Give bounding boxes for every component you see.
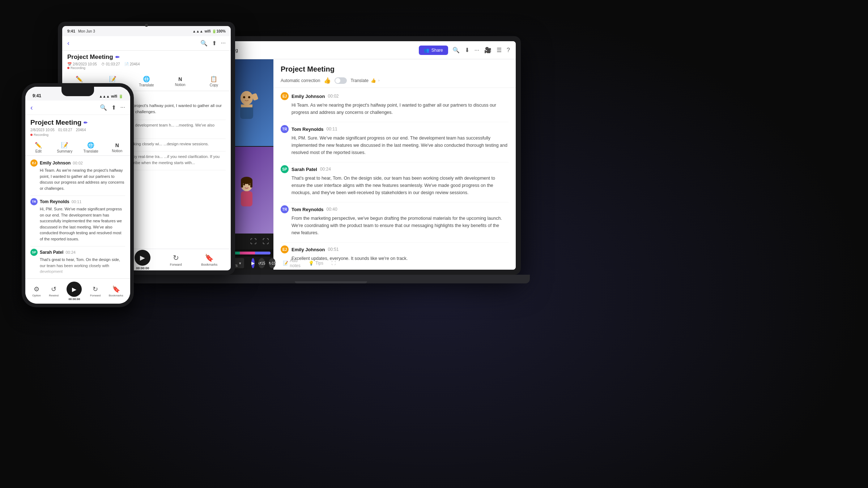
tablet-tool-notion[interactable]: N Notion xyxy=(163,75,197,88)
phone-record-title: Project Meeting ✏ xyxy=(30,119,125,127)
tablet-wifi-icon: wifi xyxy=(205,29,211,33)
transcript-entry-3: TR Tom Reynolds 00:40 From the marketing… xyxy=(281,205,509,236)
phone-back-button[interactable]: ‹ xyxy=(30,103,33,112)
notes-icon: 📝 xyxy=(283,261,288,266)
share-button[interactable]: 👥 Share xyxy=(419,46,448,55)
phone-avatar-tom: TR xyxy=(30,198,38,205)
expand-panel-button[interactable]: ⛶ xyxy=(331,261,336,266)
phone-play-item[interactable]: ▶ 00:00:00 xyxy=(67,282,82,301)
transcript-panel: Project Meeting Automatic correction 👍 T… xyxy=(273,59,516,270)
phone-more-icon[interactable]: ··· xyxy=(120,104,125,111)
auto-correction-toggle[interactable] xyxy=(335,77,347,84)
phone-rewind-item[interactable]: ↺ Rewind xyxy=(49,285,59,297)
avatar-tom-2: TR xyxy=(281,205,289,213)
speaker-time-emily-1: 00:02 xyxy=(328,94,339,99)
phone-forward-item[interactable]: ↻ Forward xyxy=(90,285,101,297)
translate-chevron-icon: › xyxy=(378,78,379,82)
tablet-time-display: 00:00:00 xyxy=(136,266,149,270)
phone-meta-date: 2/8/2023 10:05 xyxy=(30,128,55,132)
speaker-row-tom-2: TR Tom Reynolds 00:40 xyxy=(281,205,509,213)
svg-point-28 xyxy=(243,183,245,185)
phone-summary-icon: 📝 xyxy=(61,142,68,149)
tablet-play-item[interactable]: ▶ 00:00:00 xyxy=(135,250,150,270)
phone-notion-icon: N xyxy=(115,142,119,148)
svg-point-29 xyxy=(248,183,250,185)
thumbs-up-icon: 👍 xyxy=(324,77,331,84)
tablet-signal-icon: ▲▲▲ xyxy=(192,29,203,33)
tablet-record-title: Project Meeting ✏ xyxy=(67,53,226,61)
transcript-entry-2: SP Sarah Patel 00:24 That's great to hea… xyxy=(281,165,509,196)
transcript-text-2: That's great to hear, Tom. On the design… xyxy=(281,175,509,196)
play-button-bottom[interactable]: ▶ xyxy=(251,258,255,268)
tablet-recording-badge: Recording xyxy=(67,66,226,70)
tablet-date: Mon Jun 3 xyxy=(78,29,95,33)
transcript-entry-0: EJ Emily Johnson 00:02 Hi Team. As we're… xyxy=(281,92,509,116)
transcript-entry-1: TR Tom Reynolds 00:11 Hi, PM. Sure. We'v… xyxy=(281,125,509,156)
svg-point-13 xyxy=(241,91,253,105)
phone-status-right: ▲▲▲ wifi 🔋 xyxy=(99,94,123,98)
play-button-phone[interactable]: ▶ xyxy=(67,282,82,297)
speaker-row-sarah: SP Sarah Patel 00:24 xyxy=(281,165,509,173)
tablet-edit-icon[interactable]: ✏ xyxy=(115,54,120,60)
phone-share-icon[interactable]: ⬆ xyxy=(111,104,116,111)
tablet-forward-item[interactable]: ↻ Forward xyxy=(170,253,182,266)
phone-record-info: Project Meeting ✏ 2/8/2023 10:05 01:03:2… xyxy=(25,115,130,140)
recording-label: Recording xyxy=(71,66,85,70)
help-icon[interactable]: ? xyxy=(507,47,510,53)
phone-forward-icon: ↻ xyxy=(93,285,98,293)
phone-bookmarks-item[interactable]: 🔖 Bookmarks xyxy=(109,285,123,297)
tablet-record-info: Project Meeting ✏ 📅 2/8/2023 10:05 ⏱ 01:… xyxy=(62,51,231,72)
phone-tool-translate[interactable]: 🌐 Translate xyxy=(78,142,104,153)
svg-rect-26 xyxy=(241,180,243,188)
phone-bookmark-icon: 🔖 xyxy=(112,285,120,293)
bookmark-label: Bookmarks xyxy=(201,263,217,266)
phone-tool-notion[interactable]: N Notion xyxy=(104,142,131,153)
speaker-name-emily-1: Emily Johnson xyxy=(292,94,325,99)
translate-button[interactable]: Translate 👍 › xyxy=(350,78,379,83)
phone-text-emily: Hi Team. As we're nearing the project's … xyxy=(30,167,125,191)
add-notes-button[interactable]: 📝 Add notes xyxy=(283,258,300,268)
phone-search-icon[interactable]: 🔍 xyxy=(100,104,107,111)
phone-tool-summary[interactable]: 📝 Summary xyxy=(52,142,78,153)
phone-edit-icon[interactable]: ✏ xyxy=(84,120,88,125)
phone-summary-label: Summary xyxy=(57,149,72,153)
camera-off-icon[interactable]: 🎥 xyxy=(484,47,492,53)
forward-icon-tablet: ↻ xyxy=(173,253,179,262)
phone-nav-icons: 🔍 ⬆ ··· xyxy=(100,104,125,111)
tablet-meta: 📅 2/8/2023 10:05 ⏱ 01:03:27 📄 20464 xyxy=(67,62,226,66)
speaker-time-sarah: 00:24 xyxy=(320,167,331,172)
expand-button[interactable]: ⛶ xyxy=(250,238,257,245)
more-icon[interactable]: ··· xyxy=(475,47,479,53)
transcript-text-1: Hi, PM. Sure. We've made significant pro… xyxy=(281,134,509,156)
tablet-tool-translate[interactable]: 🌐 Translate xyxy=(129,74,163,89)
share-icon: 👥 xyxy=(424,48,429,53)
phone-forward-label: Forward xyxy=(90,294,101,297)
phone-bottom: ⚙ Option ↺ Rewind ▶ 00:00:00 ↻ Forward 🔖 xyxy=(25,278,130,304)
header-icons: 🔍 ⬇ ··· 🎥 ☰ ? xyxy=(452,47,510,53)
svg-rect-14 xyxy=(241,104,252,107)
tablet-bookmark-item[interactable]: 🔖 Bookmarks xyxy=(201,253,217,266)
tablet-tool-copy[interactable]: 📋 Copy xyxy=(197,74,231,89)
fullscreen-button[interactable]: ⛶ xyxy=(263,238,269,245)
tablet-more-icon[interactable]: ··· xyxy=(221,40,226,47)
play-button-tablet[interactable]: ▶ xyxy=(135,250,150,266)
phone-option-item[interactable]: ⚙ Option xyxy=(32,285,41,297)
tablet-search-icon[interactable]: 🔍 xyxy=(200,40,208,47)
phone-signal-icon: ▲▲▲ xyxy=(99,94,110,98)
phone-tool-edit[interactable]: ✏️ Edit xyxy=(25,142,52,153)
download-icon[interactable]: ⬇ xyxy=(465,47,469,53)
transcript-controls: Automatic correction 👍 Translate 👍 › xyxy=(281,77,509,84)
expand-icon: ⛶ xyxy=(331,261,336,266)
phone-avatar-sarah: SP xyxy=(30,249,38,256)
tablet-share-icon[interactable]: ⬆ xyxy=(212,40,217,47)
transcript-icon[interactable]: ☰ xyxy=(497,47,502,53)
phone-translate-icon: 🌐 xyxy=(87,142,94,149)
speaker-row-tom-1: TR Tom Reynolds 00:11 xyxy=(281,125,509,133)
tablet-back-button[interactable]: ‹ xyxy=(67,39,69,47)
rewind-15-button[interactable]: ↺15 xyxy=(258,258,265,268)
tips-button[interactable]: 💡 Tips xyxy=(309,261,323,266)
search-icon[interactable]: 🔍 xyxy=(452,47,460,53)
phone-meta: 2/8/2023 10:05 01:03:27 20464 xyxy=(30,128,125,132)
phone-entry-tom: TR Tom Reynolds 00:11 Hi, PM. Sure. We'v… xyxy=(30,198,125,242)
clock-icon: ⏱ xyxy=(101,62,105,66)
